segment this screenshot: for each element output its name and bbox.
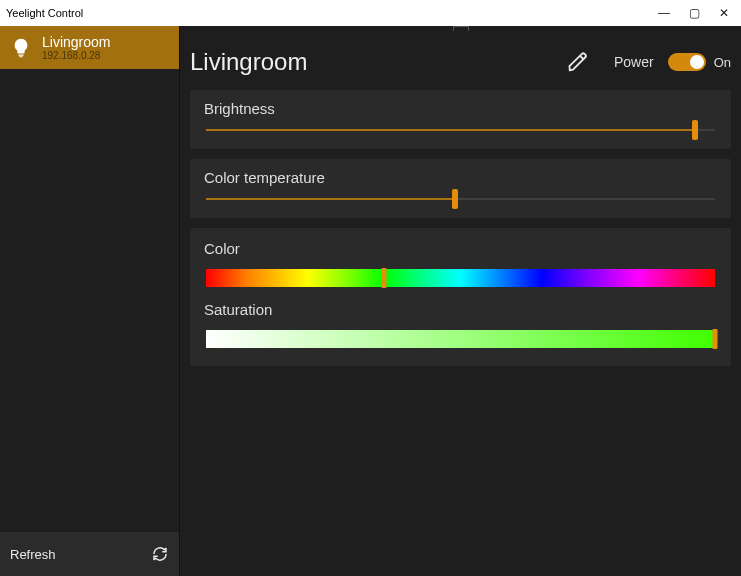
power-state: On [714,55,731,70]
refresh-button[interactable]: Refresh [0,532,179,576]
brightness-slider[interactable] [206,129,715,131]
color-temp-slider[interactable] [206,198,715,200]
power-label: Power [614,54,654,70]
color-temp-panel: Color temperature [190,159,731,218]
hue-slider[interactable] [206,269,715,287]
pencil-icon [567,51,589,73]
refresh-icon [151,545,169,563]
minimize-button[interactable]: — [649,6,679,20]
content-area: Livingroom Power On Brightness [180,26,741,576]
hue-thumb[interactable] [382,268,387,288]
device-item-livingroom[interactable]: Livingroom 192.168.0.28 [0,26,179,69]
power-toggle[interactable] [668,53,706,71]
saturation-thumb[interactable] [713,329,718,349]
saturation-label: Saturation [204,301,717,318]
device-name: Livingroom [42,34,110,50]
window-titlebar: Yeelight Control — ▢ ✕ [0,0,741,26]
room-title: Livingroom [190,48,548,76]
brightness-panel: Brightness [190,90,731,149]
maximize-button[interactable]: ▢ [679,6,709,20]
saturation-slider[interactable] [206,330,715,348]
drag-nub-icon[interactable] [452,26,470,32]
brightness-label: Brightness [204,100,717,117]
svg-rect-1 [19,56,23,57]
bulb-icon [10,37,32,59]
sidebar: Livingroom 192.168.0.28 Refresh [0,26,180,576]
refresh-label: Refresh [10,547,151,562]
close-button[interactable]: ✕ [709,6,739,20]
color-temp-label: Color temperature [204,169,717,186]
device-ip: 192.168.0.28 [42,50,110,61]
color-panel: Color Saturation [190,228,731,366]
color-temp-thumb[interactable] [452,189,458,209]
svg-rect-0 [18,54,24,55]
window-title: Yeelight Control [6,7,649,19]
brightness-thumb[interactable] [692,120,698,140]
color-label: Color [204,240,717,257]
edit-name-button[interactable] [562,46,594,78]
